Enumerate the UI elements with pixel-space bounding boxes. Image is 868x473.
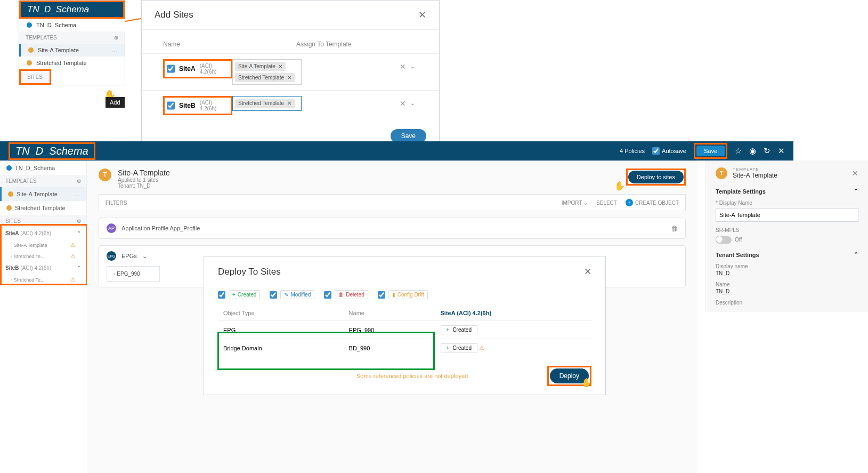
- template-icon: [27, 60, 32, 66]
- legend-modified: ✎ Modified: [280, 290, 314, 299]
- template-icon: [8, 191, 13, 197]
- dialog-title: Add Sites: [155, 10, 193, 20]
- tmpl-applied: Applied to 1 sites: [118, 177, 170, 183]
- cell-status: +Created: [435, 321, 591, 339]
- ap-icon: AP: [107, 223, 116, 233]
- schema-icon: [6, 165, 12, 171]
- sect-tenant-settings: Tenant Settings: [716, 252, 759, 258]
- star-icon[interactable]: ☆: [735, 146, 742, 156]
- epg-card[interactable]: ◦ EPG_990: [107, 266, 160, 282]
- warning-icon: ⚠: [479, 344, 484, 351]
- chevron-down-icon[interactable]: ⌄: [142, 253, 147, 260]
- dots-icon[interactable]: …: [111, 47, 117, 53]
- autosave-toggle[interactable]: Autosave: [652, 147, 686, 155]
- template-icon: [28, 47, 34, 53]
- sites-highlight: [0, 224, 88, 285]
- deploy-to-sites-button[interactable]: Deploy to sites: [628, 171, 684, 183]
- main-title: TN_D_Schema: [9, 142, 95, 160]
- template-badge-icon: T: [716, 167, 727, 179]
- filters-label[interactable]: FILTERS: [106, 200, 127, 206]
- select-action[interactable]: SELECT: [596, 200, 617, 206]
- sb-templates-hdr: TEMPLATES⊕: [0, 175, 86, 187]
- tmpl-title: Site-A Template: [118, 169, 170, 177]
- plus-icon[interactable]: ⊕: [77, 218, 81, 224]
- deploy-warning: Some referenced policies are not deploye…: [218, 373, 468, 379]
- legend-created: + Created: [229, 290, 260, 299]
- chip-stretched[interactable]: Stretched Template ✕: [235, 73, 295, 82]
- siteb-name: SiteB: [179, 102, 196, 109]
- cursor-icon: ✋: [614, 181, 625, 191]
- th-site: SiteA (ACI) 4.2(6h): [435, 306, 591, 321]
- right-panel: T TEMPLATESite-A Template ✕ Template Set…: [705, 161, 868, 312]
- trash-icon[interactable]: 🗑: [671, 225, 678, 233]
- tmpl-tenant: Tenant: TN_D: [118, 183, 170, 189]
- sr-mpls-toggle[interactable]: [716, 236, 732, 244]
- chk-created[interactable]: [218, 291, 225, 299]
- deploy-to-sites-dialog: Deploy To Sites ✕ + Created ✎ Modified 🗑…: [204, 256, 606, 395]
- chevron-down-icon[interactable]: ⌄: [410, 100, 415, 106]
- overline: TEMPLATE: [733, 167, 777, 172]
- sitea-name: SiteA: [179, 65, 196, 73]
- lbl-tenant-name: Name: [716, 282, 858, 287]
- lbl-description: Description: [716, 300, 858, 306]
- col-name: Name: [163, 41, 296, 48]
- refresh-icon[interactable]: ↻: [764, 146, 770, 156]
- val-tenant-dn: TN_D: [716, 270, 858, 276]
- add-tooltip: Add: [106, 97, 125, 108]
- epgs-label[interactable]: EPGs: [121, 253, 137, 259]
- chevron-down-icon[interactable]: ⌄: [410, 63, 415, 69]
- display-name-input[interactable]: [716, 208, 858, 222]
- close-icon[interactable]: ✕: [852, 169, 858, 178]
- close-icon[interactable]: ✕: [778, 146, 785, 156]
- sb-schema[interactable]: TN_D_Schema: [0, 161, 86, 175]
- deploy-title: Deploy To Sites: [218, 267, 281, 277]
- sb-tmpl-a[interactable]: Site-A Template…: [0, 187, 86, 201]
- create-object[interactable]: +CREATE OBJECT: [626, 199, 679, 206]
- plus-circle-icon: +: [626, 199, 633, 206]
- col-assign: Assign To Template: [296, 41, 418, 48]
- template-badge-icon: T: [99, 169, 111, 181]
- import-menu[interactable]: IMPORT ⌄: [562, 200, 588, 206]
- cell-status: +Created ⚠: [435, 339, 591, 357]
- siteb-checkbox[interactable]: [167, 101, 175, 110]
- th-object-type: Object Type: [218, 306, 344, 321]
- save-button-main[interactable]: Save: [696, 146, 725, 156]
- chip-stretched-b[interactable]: Stretched Template ✕: [235, 99, 295, 108]
- clear-icon[interactable]: ✕: [400, 99, 406, 108]
- schema-icon: [27, 22, 32, 28]
- siteb-meta: (ACI) 4.2(6h): [200, 100, 229, 111]
- close-icon[interactable]: ✕: [418, 9, 426, 21]
- clear-icon[interactable]: ✕: [400, 62, 406, 71]
- lbl-display-name: * Display Name: [716, 200, 858, 206]
- chk-drift[interactable]: [378, 291, 385, 299]
- th-name: Name: [344, 306, 435, 321]
- mini-sidebar: TN_D_Schema TN_D_Schema TEMPLATES⊕ Site-…: [19, 0, 125, 85]
- val-tenant-name: TN_D: [716, 288, 858, 294]
- policies-count: 4 Policies: [620, 148, 645, 154]
- chevron-up-icon[interactable]: ⌃: [854, 188, 858, 195]
- sb-tmpl-b[interactable]: Stretched Template: [0, 201, 86, 215]
- add-sites-dialog: Add Sites ✕ Name Assign To Template Site…: [141, 0, 440, 152]
- mini-sites-header: SITES: [19, 69, 51, 85]
- mini-schema-row[interactable]: TN_D_Schema: [19, 19, 125, 31]
- plus-icon[interactable]: ⊕: [114, 35, 118, 41]
- chip-sitea-tmpl[interactable]: Site-A Template ✕: [235, 62, 286, 71]
- preview-icon[interactable]: ◉: [749, 146, 756, 156]
- chk-deleted[interactable]: [324, 291, 331, 299]
- dots-icon[interactable]: …: [74, 191, 80, 197]
- legend-drift: ▮ Config Drift: [388, 290, 428, 299]
- chk-modified[interactable]: [270, 291, 277, 299]
- chevron-up-icon[interactable]: ⌃: [854, 251, 858, 258]
- sect-template-settings: Template Settings: [716, 188, 766, 195]
- mini-template-a[interactable]: Site-A Template…: [19, 44, 125, 57]
- sitea-meta: (ACI) 4.2(6h): [200, 63, 229, 75]
- sitea-checkbox[interactable]: [167, 65, 175, 73]
- app-profile[interactable]: Application Profile App_Profile: [121, 225, 200, 231]
- close-icon[interactable]: ✕: [584, 266, 591, 277]
- main-top-bar: TN_D_Schema 4 Policies Autosave Save ☆ ◉…: [0, 141, 793, 161]
- template-icon: [6, 205, 12, 211]
- deploy-rows-highlight: [217, 332, 435, 370]
- plus-icon[interactable]: ⊕: [77, 178, 81, 184]
- mini-template-b[interactable]: Stretched Template: [19, 57, 125, 69]
- epg-icon: EPG: [107, 251, 116, 261]
